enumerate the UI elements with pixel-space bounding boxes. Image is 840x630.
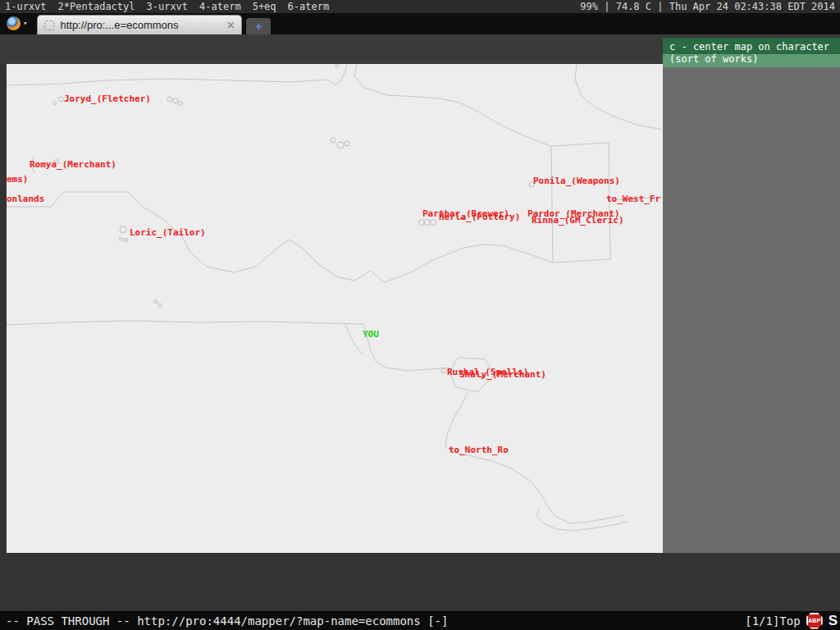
tab-close-icon[interactable]: ✕ xyxy=(226,20,235,31)
map-label: Romya_(Merchant) xyxy=(30,160,116,170)
map-lines xyxy=(7,64,663,553)
map-label: to_West_Fr xyxy=(606,194,660,204)
status-passthrough-url: -- PASS THROUGH -- http://pro:4444/mappe… xyxy=(6,614,448,628)
you-marker: YOU xyxy=(363,330,379,340)
status-bar: -- PASS THROUGH -- http://pro:4444/mappe… xyxy=(0,611,840,630)
workspace-item[interactable]: 4-aterm xyxy=(199,0,241,13)
workspace-list: 1-urxvt2*Pentadactyl3-urxvt4-aterm5+eq6-… xyxy=(5,0,329,13)
status-tab-position: [1/1]Top xyxy=(745,614,800,628)
map-canvas[interactable]: Joryd_(Fletcher)Romya_(Merchant)ems)onla… xyxy=(7,64,663,553)
map-label: to_North_Ro xyxy=(449,445,509,455)
workspace-item[interactable]: 5+eq xyxy=(253,0,276,13)
tab-title: http://pro:...e=ecommons xyxy=(60,19,221,31)
wm-bar: 1-urxvt2*Pentadactyl3-urxvt4-aterm5+eq6-… xyxy=(0,0,840,13)
help-tooltip: c - center map on character (sort of wor… xyxy=(663,38,840,67)
tab-ecommons[interactable]: http://pro:...e=ecommons ✕ xyxy=(37,15,242,34)
favicon-placeholder-icon xyxy=(44,21,54,30)
tab-bar: ▾ http://pro:...e=ecommons ✕ + xyxy=(0,13,840,34)
map-label: ems) xyxy=(7,175,29,185)
workspace-item[interactable]: 6-aterm xyxy=(288,0,330,13)
workspace-item[interactable]: 3-urxvt xyxy=(147,0,189,13)
map-label: Loric_(Tailor) xyxy=(130,228,206,238)
help-line1: c - center map on character xyxy=(663,38,840,54)
firefox-icon xyxy=(7,16,21,30)
help-line2: (sort of works) xyxy=(663,54,840,67)
adblock-icon[interactable]: ABP xyxy=(806,613,823,629)
map-label: Herla_(Pottery) xyxy=(439,212,520,222)
map-label: Shaly_(Merchant) xyxy=(459,370,546,380)
firefox-menu-button[interactable]: ▾ xyxy=(0,13,32,34)
wm-status-clock: 99% | 74.8 C | Thu Apr 24 02:43:38 EDT 2… xyxy=(580,0,835,13)
right-panel xyxy=(663,67,840,553)
new-tab-button[interactable]: + xyxy=(246,18,271,34)
map-label: Ponila_(Weapons) xyxy=(533,176,620,186)
workspace-item[interactable]: 1-urxvt xyxy=(5,0,47,13)
chevron-down-icon: ▾ xyxy=(23,19,27,27)
skype-icon[interactable]: S xyxy=(829,613,838,629)
map-label: onlands xyxy=(7,194,44,204)
map-label: Joryd_(Fletcher) xyxy=(64,94,151,104)
map-label: Rinna_(GM_Cleric) xyxy=(532,216,624,226)
workspace-item[interactable]: 2*Pentadactyl xyxy=(58,0,135,13)
